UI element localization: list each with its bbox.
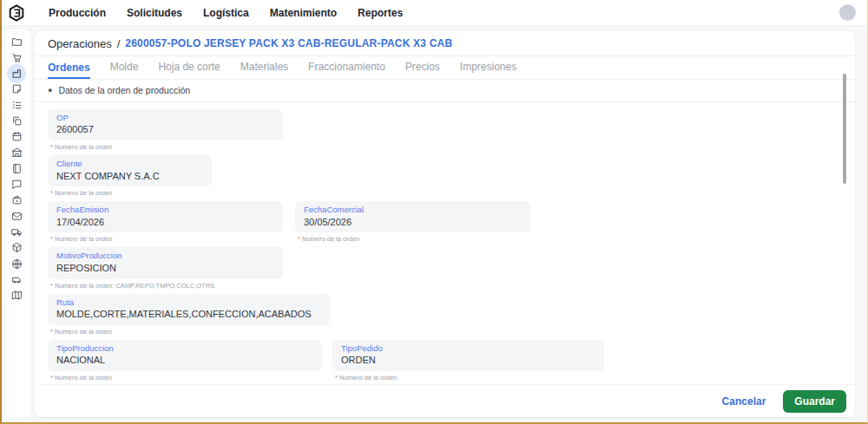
sidebar-item-folder[interactable] — [7, 34, 27, 49]
tab-ordenes[interactable]: Ordenes — [48, 62, 90, 80]
section-title: Datos de la orden de producción — [58, 85, 190, 95]
breadcrumb: Operaciones / 2600057-POLO JERSEY PACK X… — [35, 31, 855, 56]
sidebar-item-message[interactable] — [7, 176, 27, 192]
app-logo[interactable] — [8, 4, 25, 22]
package-icon — [11, 242, 23, 253]
sidebar — [2, 29, 31, 417]
cart-icon — [11, 52, 23, 63]
field-value: NACIONAL — [56, 355, 313, 367]
factory-icon — [11, 68, 23, 79]
sidebar-item-list-numbers[interactable] — [7, 97, 27, 113]
sidebar-item-factory[interactable] — [7, 64, 26, 83]
field-helper: * Numero de la orden — [50, 328, 330, 336]
field-helper: * Numero de la orden — [50, 235, 283, 243]
content-panel: Operaciones / 2600057-POLO JERSEY PACK X… — [35, 31, 855, 417]
field-fechacomercial[interactable]: FechaComercial30/05/2026 — [295, 201, 530, 232]
scrollbar-thumb[interactable] — [843, 74, 846, 184]
nav-item-reportes[interactable]: Reportes — [358, 7, 403, 19]
save-button[interactable]: Guardar — [783, 390, 846, 413]
nav-item-matenimiento[interactable]: Matenimiento — [270, 7, 337, 19]
breadcrumb-section[interactable]: Operaciones — [48, 37, 112, 50]
folder-icon — [11, 36, 23, 48]
field-op[interactable]: OP2600057 — [48, 109, 283, 140]
form-footer: Cancelar Guardar — [35, 384, 855, 417]
sidebar-item-map[interactable] — [7, 287, 27, 303]
field-label: Cliente — [56, 159, 203, 168]
section-header: ● Datos de la orden de producción — [35, 80, 855, 102]
tab-fraccionamiento[interactable]: Fraccionamiento — [308, 61, 385, 79]
form-row: RutaMOLDE,CORTE,MATERIALES,CONFECCION,AC… — [48, 294, 842, 340]
tab-precios[interactable]: Precios — [405, 61, 440, 79]
field-block-op: OP2600057* Numero de la orden — [48, 109, 283, 151]
field-cliente[interactable]: ClienteNEXT COMPANY S.A.C — [48, 155, 212, 186]
field-value: MOLDE,CORTE,MATERIALES,CONFECCION,ACABAD… — [56, 309, 321, 321]
journal-icon — [11, 163, 23, 174]
message-icon — [11, 179, 23, 190]
sidebar-item-globe[interactable] — [7, 256, 27, 271]
form-row: MotivoProduccionREPOSICION* Numero de la… — [48, 247, 842, 293]
calendar-icon — [11, 131, 23, 142]
form-row: OP2600057* Numero de la orden — [48, 109, 842, 155]
tab-impresiones[interactable]: Impresiones — [460, 61, 516, 79]
tab-materiales[interactable]: Materiales — [240, 61, 288, 79]
field-fechaemision[interactable]: FechaEmision17/04/2026 — [48, 201, 283, 232]
copy-icon — [11, 115, 23, 127]
sidebar-item-copy[interactable] — [7, 113, 27, 128]
topbar: ProducciónSolicitudesLogísticaMatenimien… — [0, 0, 868, 26]
field-helper: * Numero de la orden: CAMP,REPO,TMPO,COL… — [50, 282, 283, 290]
field-label: FechaComercial — [304, 205, 522, 214]
field-helper: * Numero de la orden — [298, 235, 530, 243]
field-value: 2600057 — [56, 124, 274, 136]
sidebar-item-truck[interactable] — [7, 224, 27, 239]
field-value: 17/04/2026 — [56, 217, 274, 229]
field-label: OP — [56, 113, 274, 122]
tab-hoja-de-corte[interactable]: Hoja de corte — [158, 61, 220, 79]
field-block-tipoproduccion: TipoProduccionNACIONAL* Numero de la ord… — [48, 340, 322, 382]
sidebar-item-package[interactable] — [7, 240, 27, 256]
tab-bar: OrdenesMoldeHoja de corteMaterialesFracc… — [35, 56, 855, 80]
sidebar-item-mail[interactable] — [7, 208, 27, 224]
field-value: ORDEN — [341, 355, 595, 367]
sidebar-item-journal[interactable] — [7, 160, 27, 176]
sidebar-item-note[interactable] — [7, 82, 27, 97]
field-block-fechacomercial: FechaComercial30/05/2026* Numero de la o… — [295, 201, 530, 243]
sidebar-item-van[interactable] — [7, 271, 27, 287]
field-tipopedido[interactable]: TipoPedidoORDEN — [332, 340, 604, 371]
order-form: OP2600057* Numero de la ordenClienteNEXT… — [35, 102, 855, 417]
field-block-motivoproduccion: MotivoProduccionREPOSICION* Numero de la… — [48, 247, 283, 289]
field-helper: * Numero de la orden — [50, 143, 283, 151]
form-row: TipoProduccionNACIONAL* Numero de la ord… — [48, 340, 842, 386]
cancel-button[interactable]: Cancelar — [722, 395, 766, 408]
tab-molde[interactable]: Molde — [110, 61, 139, 79]
field-helper: * Numero de la orden — [50, 374, 322, 382]
van-icon — [11, 274, 23, 285]
list-numbers-icon — [11, 100, 23, 111]
field-motivoproduccion[interactable]: MotivoProduccionREPOSICION — [48, 247, 283, 278]
globe-icon — [11, 258, 23, 270]
sidebar-item-briefcase-lock[interactable] — [7, 192, 27, 208]
nav-item-solicitudes[interactable]: Solicitudes — [127, 7, 182, 19]
field-ruta[interactable]: RutaMOLDE,CORTE,MATERIALES,CONFECCION,AC… — [48, 294, 330, 325]
sidebar-item-cart[interactable] — [7, 49, 27, 65]
field-block-fechaemision: FechaEmision17/04/2026* Numero de la ord… — [48, 201, 283, 243]
map-icon — [11, 290, 23, 301]
note-icon — [11, 83, 23, 95]
field-value: NEXT COMPANY S.A.C — [56, 171, 203, 183]
field-value: REPOSICION — [56, 263, 274, 275]
field-block-tipopedido: TipoPedidoORDEN* Numero de la orden — [332, 340, 604, 382]
sidebar-item-bank[interactable] — [7, 145, 27, 160]
bank-icon — [11, 147, 23, 158]
breadcrumb-current-order[interactable]: 2600057-POLO JERSEY PACK X3 CAB-REGULAR-… — [125, 37, 452, 49]
form-row: FechaEmision17/04/2026* Numero de la ord… — [48, 201, 842, 247]
user-avatar[interactable] — [839, 4, 856, 21]
nav-item-logistica[interactable]: Logística — [203, 7, 249, 19]
field-tipoproduccion[interactable]: TipoProduccionNACIONAL — [48, 340, 322, 371]
mail-icon — [11, 211, 23, 222]
nav-item-produccion[interactable]: Producción — [49, 7, 106, 19]
field-value: 30/05/2026 — [304, 217, 522, 229]
field-block-cliente: ClienteNEXT COMPANY S.A.C* Numero de la … — [48, 155, 212, 197]
hexagon-logo-icon — [8, 4, 25, 22]
sidebar-item-calendar[interactable] — [7, 128, 27, 144]
field-label: TipoPedido — [341, 343, 595, 353]
breadcrumb-separator: / — [117, 37, 121, 50]
